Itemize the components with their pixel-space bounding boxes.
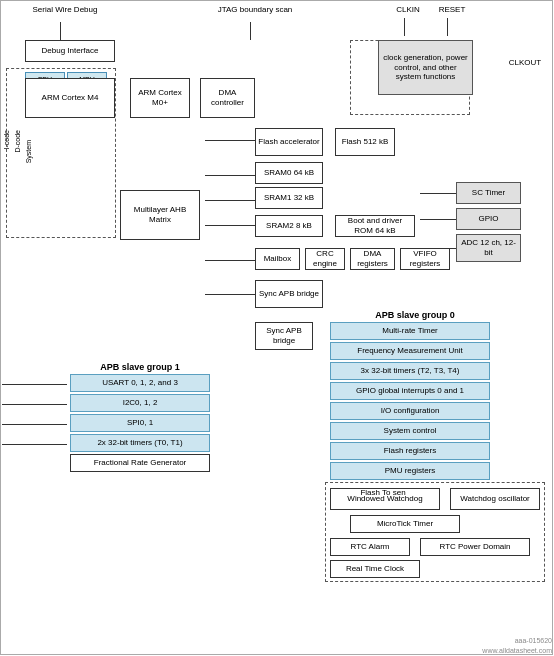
block-diagram: Serial Wire Debug JTAG boundary scan CLK… bbox=[0, 0, 554, 656]
outer-border bbox=[0, 0, 553, 655]
